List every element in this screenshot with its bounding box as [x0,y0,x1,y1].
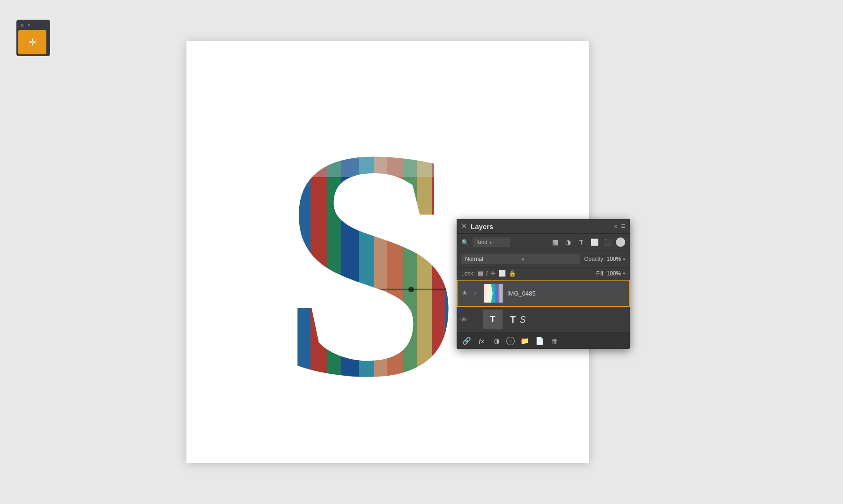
lock-label: Lock: [461,270,475,277]
panel-close-button[interactable]: ✕ [461,222,467,230]
lock-all-icon[interactable]: 🔒 [509,270,516,277]
fill-chevron[interactable]: ▾ [623,271,625,276]
layer-fx-button[interactable]: fx [476,336,487,346]
layer-link-button[interactable]: 🔗 [461,336,472,346]
layer-group-button[interactable]: 📁 [519,336,530,346]
filter-icons: ▦ ◑ T ⬜ ⬛ [550,237,625,247]
filter-kind-label: Kind [476,239,488,245]
lock-row: Lock: ▦ / ✛ ⬜ 🔒 Fill: 100% ▾ [457,267,630,280]
layer-adjustment-button[interactable]: ◑ [491,336,502,346]
svg-rect-17 [271,83,514,177]
layer-row-text-s[interactable]: 👁 T T S [457,307,630,333]
lock-move-icon[interactable]: ✛ [490,270,495,277]
opacity-section: Opacity: 100% ▾ [584,256,625,262]
panel-menu-button[interactable]: ≡ [621,222,625,230]
move-tool-button[interactable]: ✛ [18,30,46,54]
panel-collapse-button[interactable]: « [614,223,617,230]
text-layer-T-icon: T [510,314,516,325]
filter-pixel-icon[interactable]: ▦ [550,237,560,247]
filter-adjust-icon[interactable]: ◑ [563,237,573,247]
lock-icons: ▦ / ✛ ⬜ 🔒 [478,270,517,277]
layers-panel-title: Layers [471,222,493,230]
layer-mask-button[interactable]: ◾ [506,337,515,345]
filter-bar: 🔍 Kind ▾ ▦ ◑ T ⬜ ⬛ [457,234,630,251]
layers-list: 👁 ↕ IMG_0485 👁 T T S [457,280,630,333]
fill-section: Fill: 100% ▾ [596,270,625,277]
layer-name-img0485: IMG_0485 [507,290,625,297]
filter-smart-icon[interactable]: ⬛ [603,237,612,247]
blend-mode-value: Normal [465,256,520,262]
canvas-area: S [0,0,843,504]
blend-mode-select[interactable]: Normal ▾ [461,254,580,264]
filter-toggle[interactable] [616,237,625,247]
text-layer-s-label: S [519,314,525,325]
layers-bottom-toolbar: 🔗 fx ◑ ◾ 📁 📄 🗑 [457,333,630,349]
layer-new-button[interactable]: 📄 [534,336,545,346]
lock-resize-icon[interactable]: ⬜ [498,270,506,277]
layer-delete-button[interactable]: 🗑 [549,336,560,346]
lock-pixels-icon[interactable]: ▦ [478,270,483,277]
opacity-value[interactable]: 100% [606,256,621,262]
toolbox-expand-icon[interactable]: » [28,22,30,28]
layer-thumbnail-text: T [483,310,503,329]
opacity-label: Opacity: [584,256,605,262]
filter-kind-chevron: ▾ [489,240,492,245]
filter-search-icon: 🔍 [461,239,469,246]
blend-mode-chevron: ▾ [522,257,577,262]
svg-point-20 [408,287,414,292]
lock-draw-icon[interactable]: / [486,270,488,277]
blend-mode-row: Normal ▾ Opacity: 100% ▾ [457,251,630,267]
toolbox-close-icon[interactable]: ✕ [20,23,25,28]
move-tool-icon: ✛ [29,37,37,48]
layer-link-icon[interactable]: ↕ [473,290,480,296]
filter-kind-select[interactable]: Kind ▾ [473,237,510,247]
filter-shape-icon[interactable]: ⬜ [590,237,599,247]
filter-text-icon[interactable]: T [577,237,586,247]
layers-panel-header: ✕ Layers « ≡ [457,219,630,234]
toolbox-header: ✕ » [18,22,48,29]
layer-visibility-icon-2[interactable]: 👁 [460,316,469,324]
layer-row-img0485[interactable]: 👁 ↕ IMG_0485 [457,280,630,307]
layer-thumbnail [484,283,503,303]
svg-point-19 [343,287,348,292]
layers-panel: ✕ Layers « ≡ 🔍 Kind ▾ ▦ ◑ T ⬜ ⬛ Normal ▾ [457,219,630,349]
opacity-chevron[interactable]: ▾ [623,257,625,262]
toolbox-panel: ✕ » ✛ [16,20,50,56]
layer-visibility-icon[interactable]: 👁 [461,289,470,297]
fill-value[interactable]: 100% [606,270,621,277]
fill-label: Fill: [596,270,605,277]
